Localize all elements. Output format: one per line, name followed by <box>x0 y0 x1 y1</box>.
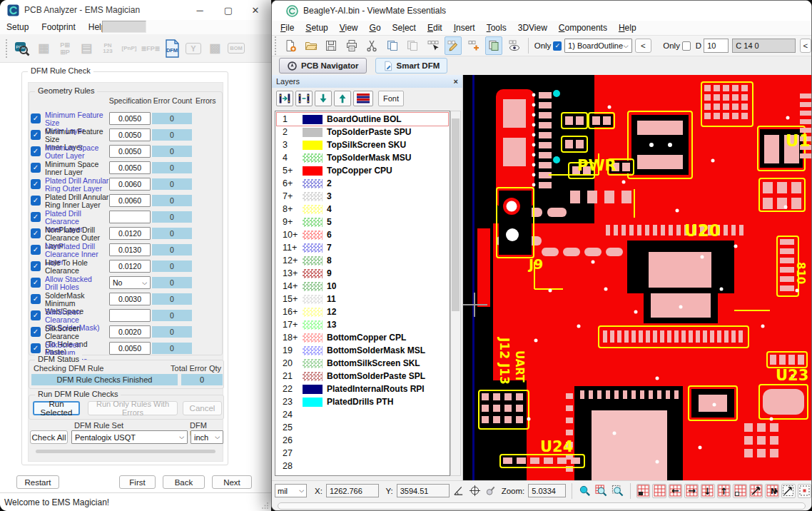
layer-color-swatch[interactable] <box>303 333 323 343</box>
footprint-icon[interactable]: ≣FP≣ <box>141 38 161 59</box>
chip-verify-icon[interactable]: ▤ <box>76 38 96 59</box>
move-layer-down-icon[interactable] <box>315 91 332 106</box>
rule-checkbox[interactable]: ✓ <box>31 179 41 189</box>
run-only-rules-with-errors-button[interactable]: Run Only Rules With Errors <box>88 401 178 415</box>
layer-row-23[interactable]: 23PlatedDrills PTH <box>277 395 448 408</box>
zoom-window-icon[interactable] <box>610 484 624 498</box>
move-layer-up-icon[interactable] <box>334 91 351 106</box>
layer-row-11[interactable]: 11+7 <box>277 241 448 254</box>
rule-spec-input[interactable]: 0.0130 <box>109 243 151 256</box>
layer-row-17[interactable]: 17+13 <box>277 318 448 331</box>
rule-spec-input[interactable]: 0.0060 <box>109 178 151 191</box>
menu-components[interactable]: Components <box>553 21 613 34</box>
layer-row-21[interactable]: 21BottomSolderPaste SPL <box>277 370 448 383</box>
center-region-icon[interactable] <box>798 484 812 498</box>
pnp-icon[interactable]: [PnP] <box>119 38 139 59</box>
bom-icon[interactable]: BOM <box>226 38 246 59</box>
layer-color-swatch[interactable] <box>303 115 323 124</box>
rule-checkbox[interactable]: ✓ <box>31 278 41 288</box>
layer-color-swatch[interactable] <box>303 205 323 214</box>
layer-color-swatch[interactable] <box>303 308 323 317</box>
menu-setup[interactable]: Setup <box>0 21 35 34</box>
menu-select[interactable]: Select <box>387 21 422 34</box>
layer-row-26[interactable]: 26 <box>277 434 448 447</box>
paste-icon[interactable] <box>404 36 422 55</box>
menu-insert[interactable]: Insert <box>448 21 481 34</box>
font-button[interactable]: Font <box>378 91 404 106</box>
rule-spec-input[interactable]: 0.0050 <box>109 112 151 125</box>
view-items-icon[interactable] <box>505 36 523 55</box>
rule-checkbox[interactable]: ✓ <box>31 261 41 271</box>
active-layer-dropdown[interactable]: 1) BoardOutline⌵ <box>564 39 632 53</box>
rule-checkbox[interactable]: ✓ <box>31 163 41 173</box>
select-items-icon[interactable] <box>424 36 442 55</box>
rule-checkbox[interactable]: ✓ <box>31 327 41 337</box>
rule-checkbox[interactable]: ✓ <box>31 146 41 156</box>
pcb-viewport[interactable]: PWRJ9U20U14U23U24J12 J13UART810 <box>463 75 812 480</box>
menu-setup[interactable]: Setup <box>300 21 333 34</box>
zoom-value[interactable]: 5.0334 <box>528 484 566 497</box>
cancel-button[interactable]: Cancel <box>183 401 222 415</box>
restart-button[interactable]: Restart <box>16 475 59 489</box>
rule-spec-input[interactable]: 0.0120 <box>109 260 151 273</box>
layer-row-10[interactable]: 10+6 <box>277 228 448 241</box>
north-view-icon[interactable]: N <box>765 484 779 498</box>
menu-file[interactable]: File <box>275 21 300 34</box>
menu-view[interactable]: View <box>334 21 364 34</box>
layer-color-swatch[interactable] <box>303 282 323 291</box>
layer-row-15[interactable]: 15+11 <box>277 293 448 305</box>
layer-color-swatch[interactable] <box>303 166 323 176</box>
print-icon[interactable] <box>342 36 360 55</box>
scrollbar-thumb[interactable] <box>452 118 460 311</box>
layer-row-2[interactable]: 2TopSolderPaste SPU <box>277 126 448 138</box>
layer-row-28[interactable]: 28 <box>277 460 448 472</box>
layer-color-swatch[interactable] <box>303 128 323 137</box>
rule-spec-input[interactable]: 0.0050 <box>109 161 151 174</box>
layer-color-swatch[interactable] <box>303 398 323 407</box>
highlight-icon[interactable] <box>484 484 498 498</box>
layer-color-swatch[interactable] <box>303 295 323 304</box>
rule-spec-dropdown[interactable]: No⌵ <box>109 276 151 289</box>
layer-row-3[interactable]: 3TopSilkScreen SKU <box>277 138 448 151</box>
layer-row-29[interactable]: 29 <box>277 472 448 476</box>
layer-color-swatch[interactable] <box>303 346 323 355</box>
rule-checkbox[interactable]: ✓ <box>31 196 41 206</box>
zoom-grid-icon[interactable] <box>594 484 609 498</box>
panel-grid-icon[interactable]: ▦ <box>34 38 54 59</box>
dcode-input[interactable]: 10 <box>704 39 729 53</box>
rule-spec-input[interactable]: 0.0050 <box>109 342 151 355</box>
angle-mode-icon[interactable] <box>452 484 466 498</box>
layer-color-swatch[interactable] <box>303 359 323 368</box>
layer-color-swatch[interactable] <box>303 218 323 227</box>
layer-row-14[interactable]: 14+10 <box>277 280 448 293</box>
layer-row-16[interactable]: 16+12 <box>277 305 448 318</box>
save-file-icon[interactable] <box>323 36 340 55</box>
maximize-button[interactable]: ▢ <box>217 0 240 20</box>
layer-color-swatch[interactable] <box>303 141 323 150</box>
rule-spec-input[interactable] <box>109 309 151 322</box>
rule-checkbox[interactable]: ✓ <box>31 245 41 255</box>
rule-checkbox[interactable]: ✓ <box>31 130 41 140</box>
pan-right-icon[interactable]: → <box>684 484 699 498</box>
rule-spec-input[interactable]: 0.0020 <box>109 325 151 338</box>
layer-row-13[interactable]: 13+9 <box>277 267 448 280</box>
layer-row-9[interactable]: 9+5 <box>277 216 448 228</box>
menu-tools[interactable]: Tools <box>481 21 512 34</box>
copy-icon[interactable] <box>383 36 401 55</box>
layer-row-8[interactable]: 8+4 <box>277 203 448 216</box>
rule-spec-input[interactable]: 0.0120 <box>109 227 151 240</box>
rule-spec-input[interactable]: 0.0030 <box>109 293 151 305</box>
snap-target-icon[interactable] <box>468 484 482 498</box>
rule-checkbox[interactable]: ✓ <box>31 212 41 222</box>
layer-row-4[interactable]: 4TopSolderMask MSU <box>277 151 448 164</box>
menu-edit[interactable]: Edit <box>422 21 448 34</box>
menu-footprint[interactable]: Footprint <box>35 21 81 34</box>
dfm-rule-set-dropdown[interactable]: Pentalogix USQT⌵ <box>71 430 188 444</box>
corner-view-icon[interactable] <box>733 484 747 498</box>
layer-color-swatch[interactable] <box>303 385 323 394</box>
layer-row-6[interactable]: 6+2 <box>277 177 448 190</box>
check-all-button[interactable]: Check All <box>30 430 68 444</box>
open-file-icon[interactable] <box>302 36 320 55</box>
rule-spec-input[interactable]: 0.0060 <box>109 194 151 207</box>
layer-color-swatch[interactable] <box>303 192 323 201</box>
